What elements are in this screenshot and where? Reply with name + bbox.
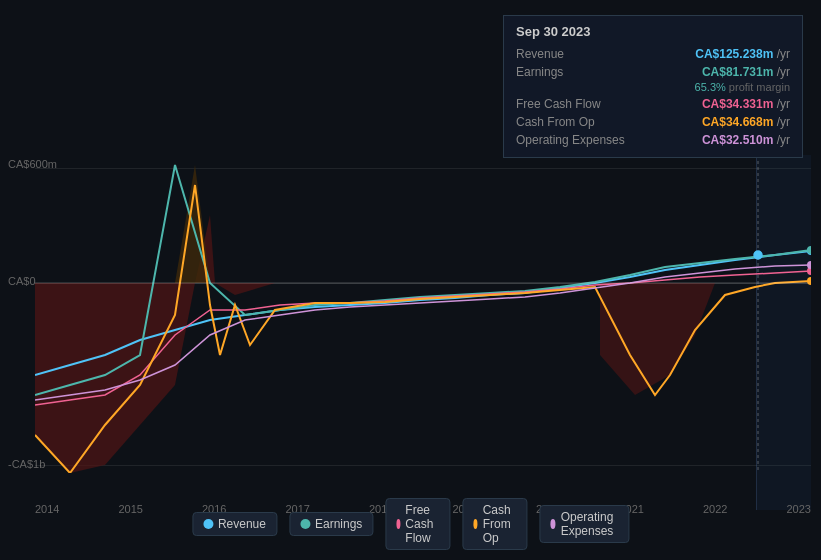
legend-item-fcf[interactable]: Free Cash Flow: [385, 498, 450, 550]
tooltip-row-fcf: Free Cash Flow CA$34.331m /yr: [516, 95, 790, 113]
x-label-2023: 2023: [787, 503, 811, 515]
chart-container: Sep 30 2023 Revenue CA$125.238m /yr Earn…: [0, 0, 821, 560]
tooltip-box: Sep 30 2023 Revenue CA$125.238m /yr Earn…: [503, 15, 803, 158]
tooltip-label-opex: Operating Expenses: [516, 133, 646, 147]
tooltip-value-opex: CA$32.510m /yr: [702, 133, 790, 147]
legend-item-opex[interactable]: Operating Expenses: [539, 505, 629, 543]
tooltip-margin-value: 65.3% profit margin: [695, 81, 790, 93]
tooltip-row-margin: 65.3% profit margin: [516, 79, 790, 95]
legend-dot-fcf: [396, 519, 400, 529]
tooltip-label-cashop: Cash From Op: [516, 115, 646, 129]
negative-fill-late: [600, 283, 715, 395]
tooltip-row-revenue: Revenue CA$125.238m /yr: [516, 45, 790, 63]
x-label-2014: 2014: [35, 503, 59, 515]
tooltip-label-revenue: Revenue: [516, 47, 646, 61]
tooltip-date: Sep 30 2023: [516, 24, 790, 39]
cashop-end-dot: [807, 277, 811, 285]
legend-item-revenue[interactable]: Revenue: [192, 512, 277, 536]
legend-label-fcf: Free Cash Flow: [405, 503, 439, 545]
legend-label-revenue: Revenue: [218, 517, 266, 531]
x-label-2022: 2022: [703, 503, 727, 515]
x-label-2015: 2015: [119, 503, 143, 515]
tooltip-value-cashop: CA$34.668m /yr: [702, 115, 790, 129]
chart-svg: [35, 155, 811, 473]
y-label-mid: CA$0: [8, 275, 36, 287]
tooltip-value-revenue: CA$125.238m /yr: [695, 47, 790, 61]
legend-item-cashop[interactable]: Cash From Op: [462, 498, 527, 550]
tooltip-row-opex: Operating Expenses CA$32.510m /yr: [516, 131, 790, 149]
legend-label-cashop: Cash From Op: [483, 503, 517, 545]
legend-item-earnings[interactable]: Earnings: [289, 512, 373, 536]
legend-label-opex: Operating Expenses: [561, 510, 618, 538]
opex-end-dot: [807, 261, 811, 269]
chart-legend: Revenue Earnings Free Cash Flow Cash Fro…: [192, 498, 629, 550]
legend-dot-earnings: [300, 519, 310, 529]
legend-dot-revenue: [203, 519, 213, 529]
negative-fill-early: [35, 215, 275, 473]
legend-dot-cashop: [473, 519, 477, 529]
tooltip-value-fcf: CA$34.331m /yr: [702, 97, 790, 111]
tooltip-value-earnings: CA$81.731m /yr: [702, 65, 790, 79]
tooltip-label-fcf: Free Cash Flow: [516, 97, 646, 111]
tooltip-row-cashop: Cash From Op CA$34.668m /yr: [516, 113, 790, 131]
legend-dot-opex: [550, 519, 555, 529]
legend-label-earnings: Earnings: [315, 517, 362, 531]
tooltip-label-earnings: Earnings: [516, 65, 646, 79]
